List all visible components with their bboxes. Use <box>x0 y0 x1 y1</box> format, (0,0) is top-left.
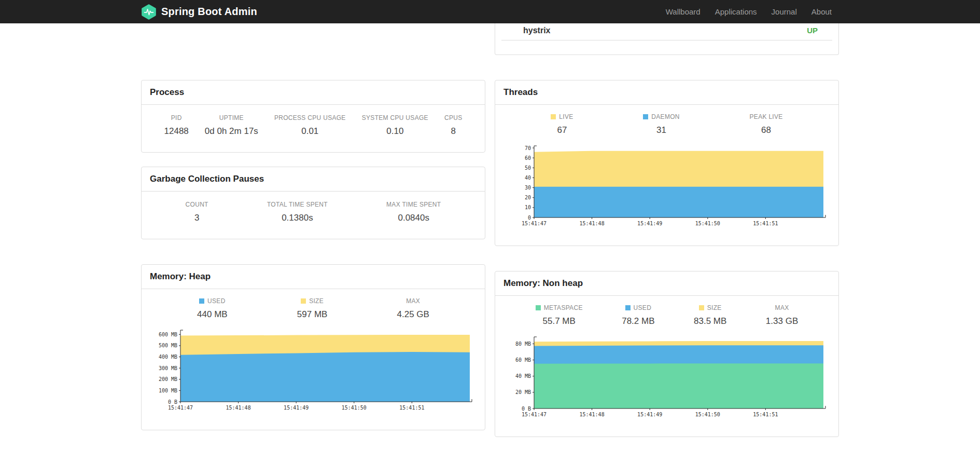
process-card-title: Process <box>142 80 485 105</box>
stat-gc-max-time: MAX TIME SPENT 0.0840s <box>386 201 441 223</box>
svg-text:15:41:51: 15:41:51 <box>753 412 778 417</box>
health-details-card-partial: hystrix UP <box>495 23 839 55</box>
live-legend-swatch <box>551 114 556 119</box>
svg-text:100 MB: 100 MB <box>159 388 177 393</box>
stat-system-cpu-usage: SYSTEM CPU USAGE 0.10 <box>362 114 428 137</box>
threads-card-title: Threads <box>495 80 838 105</box>
memory-nonheap-card: Memory: Non heap METASPACE 55.7 MB USED <box>495 271 839 437</box>
nav-item-journal[interactable]: Journal <box>764 0 804 23</box>
health-status-badge: UP <box>807 26 818 35</box>
right-column: hystrix UP Threads LIVE 67 <box>495 23 839 437</box>
svg-text:15:41:51: 15:41:51 <box>399 405 424 411</box>
legend-item-heap-max: MAX 4.25 GB <box>397 297 429 320</box>
svg-text:0 B: 0 B <box>522 406 531 412</box>
memory-heap-card: Memory: Heap USED 440 MB SIZE <box>141 264 485 430</box>
svg-text:30: 30 <box>525 185 531 190</box>
svg-text:40 MB: 40 MB <box>515 373 531 379</box>
threads-legend: LIVE 67 DAEMON 31 PEAK LIVE 68 <box>495 113 838 135</box>
svg-text:10: 10 <box>525 205 531 210</box>
legend-item-nonheap-size: SIZE 83.5 MB <box>694 304 726 326</box>
stat-uptime: UPTIME 0d 0h 2m 17s <box>205 114 258 137</box>
nonheap-legend: METASPACE 55.7 MB USED 78.2 MB <box>495 304 838 326</box>
gc-card-title: Garbage Collection Pauses <box>142 167 485 192</box>
svg-text:600 MB: 600 MB <box>159 332 177 337</box>
nav-item-about[interactable]: About <box>804 0 839 23</box>
metaspace-legend-swatch <box>536 305 541 310</box>
svg-text:15:41:49: 15:41:49 <box>637 221 662 226</box>
brand-title[interactable]: Spring Boot Admin <box>161 6 257 18</box>
svg-text:500 MB: 500 MB <box>159 343 177 348</box>
nonheap-card-title: Memory: Non heap <box>495 271 838 296</box>
svg-text:0: 0 <box>528 215 531 221</box>
legend-item-nonheap-max: MAX 1.33 GB <box>766 304 798 326</box>
svg-text:20 MB: 20 MB <box>515 389 531 395</box>
gc-card-body: COUNT 3 TOTAL TIME SPENT 0.1380s MAX TIM… <box>142 192 485 239</box>
nonheap-memory-chart: 0 B20 MB40 MB60 MB80 MB15:41:4715:41:481… <box>495 335 838 425</box>
heap-card-body: USED 440 MB SIZE 597 MB MAX 4.25 GB <box>142 289 485 430</box>
legend-item-metaspace: METASPACE 55.7 MB <box>536 304 583 326</box>
legend-item-daemon: DAEMON 31 <box>643 113 679 135</box>
svg-text:15:41:51: 15:41:51 <box>753 221 778 226</box>
navbar-inner: Spring Boot Admin Wallboard Applications… <box>141 0 839 23</box>
svg-text:60 MB: 60 MB <box>515 357 531 363</box>
svg-text:400 MB: 400 MB <box>159 354 177 360</box>
svg-text:70: 70 <box>525 145 531 151</box>
svg-text:15:41:49: 15:41:49 <box>284 405 309 411</box>
daemon-legend-swatch <box>643 114 648 119</box>
stat-gc-total-time: TOTAL TIME SPENT 0.1380s <box>267 201 328 223</box>
svg-text:15:41:47: 15:41:47 <box>168 405 193 411</box>
nonheap-size-legend-swatch <box>699 305 704 310</box>
legend-item-live: LIVE 67 <box>551 113 573 135</box>
health-item-name: hystrix <box>523 26 550 35</box>
threads-card: Threads LIVE 67 DAEMON <box>495 80 839 246</box>
svg-text:15:41:49: 15:41:49 <box>637 412 662 417</box>
process-stats: PID 12488 UPTIME 0d 0h 2m 17s PROCESS CP… <box>156 114 470 137</box>
stat-process-cpu-usage: PROCESS CPU USAGE 0.01 <box>274 114 346 137</box>
gc-pauses-card: Garbage Collection Pauses COUNT 3 TOTAL … <box>141 167 485 239</box>
svg-text:15:41:48: 15:41:48 <box>580 412 605 417</box>
svg-text:15:41:48: 15:41:48 <box>226 405 251 411</box>
legend-item-heap-used: USED 440 MB <box>197 297 228 320</box>
svg-text:50: 50 <box>525 165 531 171</box>
svg-text:40: 40 <box>525 175 531 181</box>
svg-text:15:41:48: 15:41:48 <box>580 221 605 226</box>
svg-text:15:41:47: 15:41:47 <box>522 221 547 226</box>
heap-memory-chart: 0 B100 MB200 MB300 MB400 MB500 MB600 MB1… <box>142 328 485 418</box>
process-card: Process PID 12488 UPTIME 0d 0h 2m 17s PR… <box>141 80 485 153</box>
nav-links: Wallboard Applications Journal About <box>659 0 839 23</box>
page-content: Process PID 12488 UPTIME 0d 0h 2m 17s PR… <box>141 23 839 437</box>
nonheap-used-legend-swatch <box>625 305 631 310</box>
spring-boot-admin-logo-icon <box>141 4 157 20</box>
svg-text:15:41:50: 15:41:50 <box>342 405 367 411</box>
stat-pid: PID 12488 <box>164 114 189 137</box>
nav-item-applications[interactable]: Applications <box>708 0 764 23</box>
svg-text:20: 20 <box>525 195 531 200</box>
navbar: Spring Boot Admin Wallboard Applications… <box>0 0 980 23</box>
brand[interactable]: Spring Boot Admin <box>141 4 257 20</box>
stat-cpus: CPUS 8 <box>444 114 463 137</box>
legend-item-heap-size: SIZE 597 MB <box>297 297 328 320</box>
svg-text:0 B: 0 B <box>168 399 177 405</box>
svg-text:15:41:50: 15:41:50 <box>695 221 720 226</box>
gc-stats: COUNT 3 TOTAL TIME SPENT 0.1380s MAX TIM… <box>156 201 470 223</box>
legend-item-peak-live: PEAK LIVE 68 <box>750 113 783 135</box>
svg-text:15:41:50: 15:41:50 <box>695 412 720 417</box>
threads-chart: 01020304050607015:41:4715:41:4815:41:491… <box>495 144 838 234</box>
nav-item-wallboard[interactable]: Wallboard <box>659 0 708 23</box>
process-card-body: PID 12488 UPTIME 0d 0h 2m 17s PROCESS CP… <box>142 105 485 152</box>
heap-used-legend-swatch <box>199 298 204 304</box>
svg-text:200 MB: 200 MB <box>159 376 177 382</box>
svg-text:300 MB: 300 MB <box>159 365 177 371</box>
health-row-hystrix: hystrix UP <box>501 23 832 40</box>
svg-text:60: 60 <box>525 155 531 161</box>
nonheap-card-body: METASPACE 55.7 MB USED 78.2 MB <box>495 296 838 437</box>
stat-gc-count: COUNT 3 <box>186 201 208 223</box>
threads-card-body: LIVE 67 DAEMON 31 PEAK LIVE 68 <box>495 105 838 246</box>
left-column: Process PID 12488 UPTIME 0d 0h 2m 17s PR… <box>141 23 485 430</box>
heap-legend: USED 440 MB SIZE 597 MB MAX 4.25 GB <box>142 297 485 320</box>
legend-item-nonheap-used: USED 78.2 MB <box>622 304 654 326</box>
heap-size-legend-swatch <box>301 298 306 304</box>
heap-card-title: Memory: Heap <box>142 265 485 289</box>
svg-text:80 MB: 80 MB <box>515 341 531 347</box>
svg-text:15:41:47: 15:41:47 <box>522 412 547 417</box>
